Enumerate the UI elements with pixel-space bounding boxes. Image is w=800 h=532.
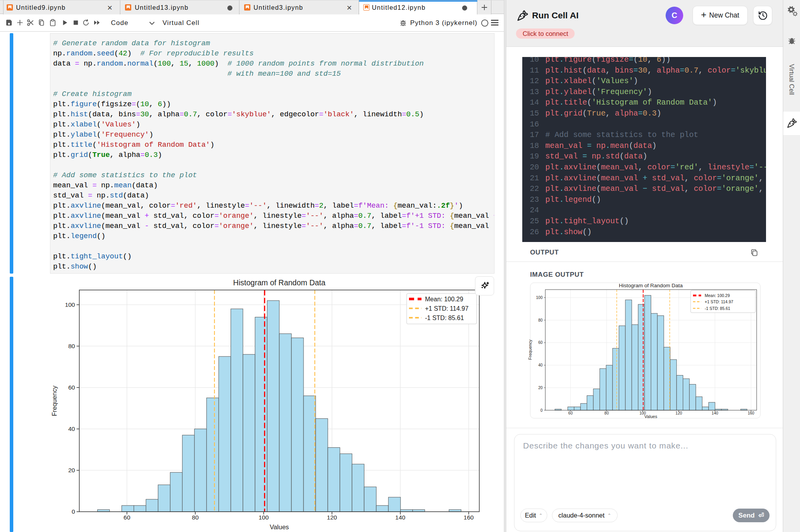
svg-text:Mean: 100.29: Mean: 100.29: [705, 293, 730, 298]
svg-text:Values: Values: [645, 414, 657, 419]
svg-text:0: 0: [71, 508, 75, 515]
svg-text:80: 80: [192, 514, 199, 521]
svg-text:20: 20: [538, 386, 543, 390]
svg-text:120: 120: [327, 514, 337, 521]
svg-text:140: 140: [395, 514, 405, 521]
svg-text:60: 60: [538, 340, 543, 345]
svg-text:0: 0: [540, 408, 543, 413]
svg-text:100: 100: [259, 514, 269, 521]
svg-text:Mean: 100.29: Mean: 100.29: [425, 296, 463, 302]
svg-text:-1 STD: 85.61: -1 STD: 85.61: [705, 306, 730, 311]
svg-text:40: 40: [68, 425, 75, 432]
svg-text:60: 60: [68, 384, 75, 391]
svg-text:+1 STD: 114.97: +1 STD: 114.97: [705, 299, 733, 304]
svg-text:100: 100: [536, 295, 543, 300]
svg-text:140: 140: [712, 411, 718, 415]
svg-text:-1 STD: 85.61: -1 STD: 85.61: [425, 315, 464, 321]
svg-text:40: 40: [538, 363, 543, 367]
svg-text:Frequency: Frequency: [51, 385, 58, 416]
svg-text:120: 120: [675, 411, 682, 415]
svg-text:Histogram of Random Data: Histogram of Random Data: [619, 283, 683, 288]
svg-text:+1 STD: 114.97: +1 STD: 114.97: [425, 305, 468, 312]
svg-text:Histogram of Random Data: Histogram of Random Data: [233, 278, 325, 287]
svg-text:60: 60: [123, 514, 130, 521]
svg-text:Frequency: Frequency: [528, 340, 532, 360]
svg-text:Values: Values: [270, 523, 289, 530]
svg-text:100: 100: [65, 301, 75, 308]
svg-text:80: 80: [68, 343, 75, 349]
svg-text:80: 80: [604, 411, 609, 415]
svg-text:160: 160: [748, 411, 754, 415]
svg-text:160: 160: [464, 514, 474, 521]
svg-text:60: 60: [568, 411, 573, 415]
svg-text:80: 80: [538, 318, 543, 322]
svg-text:20: 20: [68, 467, 75, 473]
